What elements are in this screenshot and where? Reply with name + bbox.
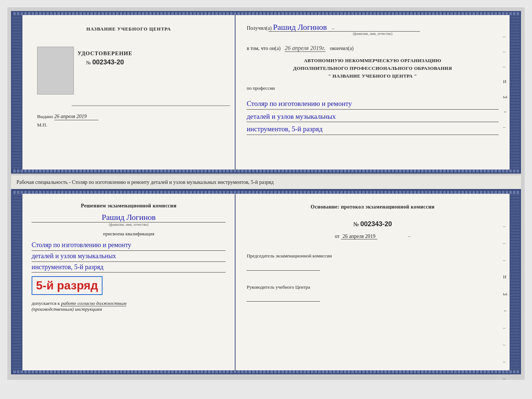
- number-prefix-top: №: [86, 60, 91, 65]
- bottom-border-pattern-top: [12, 170, 520, 172]
- ot-date-line: от 26 апреля 2019 –: [247, 234, 499, 239]
- protokol-number: 002343-20: [360, 220, 392, 228]
- udostoverenie-block: УДОСТОВЕРЕНИЕ № 002343-20: [78, 50, 133, 66]
- org-line1: АВТОНОМНУЮ НЕКОММЕРЧЕСКУЮ ОРГАНИЗАЦИЮ: [247, 57, 499, 65]
- bottom-certificate: Решением экзаменационной комиссии Рашид …: [11, 190, 521, 374]
- spine-right-top: [510, 15, 520, 170]
- rukovoditel-title: Руководитель учебного Центра: [247, 284, 499, 291]
- top-certificate: НАЗВАНИЕ УЧЕБНОГО ЦЕНТРА УДОСТОВЕРЕНИЕ №…: [11, 11, 521, 174]
- profession-block-top: Столяр по изготовлению и ремонту деталей…: [247, 97, 499, 135]
- page-wrapper: НАЗВАНИЕ УЧЕБНОГО ЦЕНТРА УДОСТОВЕРЕНИЕ №…: [7, 7, 525, 380]
- org-line2: ДОПОЛНИТЕЛЬНОГО ПРОФЕССИОНАЛЬНОГО ОБРАЗО…: [247, 65, 499, 72]
- specialty-label: Рабочая специальность - Столяр по изгото…: [17, 179, 274, 185]
- predsedatel-title: Председатель экзаменационной комиссии: [247, 252, 499, 260]
- dopuskaetsya-prefix: допускается к: [32, 300, 60, 306]
- udostoverenie-title: УДОСТОВЕРЕНИЕ: [78, 50, 133, 57]
- vydano-line: Выдано 26 апреля 2019: [37, 114, 98, 120]
- spine-left-bottom: [12, 194, 22, 370]
- dopuskaetsya-text: работе согласно должностным: [61, 300, 126, 306]
- protokol-number-block: № 002343-20: [247, 220, 499, 228]
- completion-date-top: 26 апреля 2019г.: [285, 45, 326, 52]
- qualification-line1: Столяр по изготовлению и ремонту: [32, 240, 226, 251]
- profession-line1-top: Столяр по изготовлению и ремонту: [247, 99, 499, 110]
- ot-prefix: от: [335, 234, 339, 239]
- razryad-box: 5-й разряд: [32, 276, 103, 295]
- fio-subtitle-bottom: (фамилия, имя, отчество): [32, 222, 226, 227]
- recipient-name-top: Рашид Логинов: [273, 22, 327, 32]
- spine-right-bottom: [510, 194, 520, 370]
- rukovoditel-sig-line: [247, 292, 320, 302]
- predsedatel-block: Председатель экзаменационной комиссии: [247, 252, 499, 271]
- top-cert-inner: НАЗВАНИЕ УЧЕБНОГО ЦЕНТРА УДОСТОВЕРЕНИЕ №…: [12, 15, 520, 170]
- org-line3: " НАЗВАНИЕ УЧЕБНОГО ЦЕНТРА ": [247, 72, 499, 80]
- po-professii: по профессии: [247, 85, 499, 91]
- bottom-cert-inner: Решением экзаменационной комиссии Рашид …: [12, 194, 520, 370]
- prisvoena-text: присвоена квалификация: [32, 231, 226, 237]
- cert-number-top: 002343-20: [92, 58, 124, 66]
- divider-left-top: [72, 106, 230, 106]
- top-cert-right-panel: Получил(а) Рашид Логинов – (фамилия, имя…: [236, 15, 510, 170]
- resheniem-title: Решением экзаменационной комиссии: [32, 203, 226, 209]
- qualification-line2: деталей и узлов музыкальных: [32, 251, 226, 262]
- poluchil-label: Получил(а): [247, 25, 272, 31]
- predsedatel-sig-line: [247, 261, 320, 271]
- mp-label: М.П.: [37, 122, 47, 128]
- poluchil-line: Получил(а) Рашид Логинов – (фамилия, имя…: [247, 22, 499, 36]
- org-block: АВТОНОМНУЮ НЕКОММЕРЧЕСКУЮ ОРГАНИЗАЦИЮ ДО…: [247, 57, 499, 80]
- vydano-label: Выдано: [37, 114, 53, 119]
- po-professii-label: по профессии: [247, 85, 275, 91]
- osnovanie-title: Основание: протокол экзаменационной коми…: [247, 203, 499, 211]
- vtom-line: в том, что он(а) 26 апреля 2019г. окончи…: [247, 45, 499, 51]
- dopuskaetsya-text2: (производственным) инструкциям: [32, 306, 226, 312]
- number-prefix-bottom: №: [353, 221, 359, 227]
- razryad-display: 5-й разряд: [36, 279, 98, 292]
- dopuskaetsya-line: допускается к работе согласно должностны…: [32, 300, 226, 306]
- top-border-pattern-bottom: [12, 191, 520, 194]
- right-marks-top: – – – И ьа ← –: [503, 33, 508, 130]
- spine-left: [12, 15, 22, 170]
- ot-date: 26 апреля 2019: [341, 234, 377, 239]
- bottom-cert-right-panel: Основание: протокол экзаменационной коми…: [236, 194, 510, 370]
- okonchil-label: окончил(а): [330, 46, 354, 51]
- school-name-top: НАЗВАНИЕ УЧЕБНОГО ЦЕНТРА: [86, 26, 171, 32]
- rukovoditel-block: Руководитель учебного Центра: [247, 284, 499, 302]
- profession-line3-top: инструментов, 5-й разряд: [247, 124, 499, 135]
- bottom-cert-left-panel: Решением экзаменационной комиссии Рашид …: [22, 194, 236, 370]
- fio-subtitle-top: (фамилия, имя, отчество): [247, 32, 499, 36]
- top-border-pattern: [12, 12, 520, 15]
- vtom-label: в том, что он(а): [247, 46, 280, 51]
- top-cert-left-panel: НАЗВАНИЕ УЧЕБНОГО ЦЕНТРА УДОСТОВЕРЕНИЕ №…: [22, 15, 236, 170]
- specialty-text-bar: Рабочая специальность - Столяр по изгото…: [11, 175, 521, 190]
- right-marks-bottom: – – – И ьа ← – – – –: [503, 223, 508, 381]
- qualification-line3: инструментов, 5-й разряд: [32, 262, 226, 273]
- vydano-date: 26 апреля 2019: [54, 114, 98, 120]
- profession-line2-top: деталей и узлов музыкальных: [247, 111, 499, 122]
- recipient-name-bottom: Рашид Логинов: [32, 213, 226, 222]
- bottom-border-pattern-bottom: [12, 370, 520, 373]
- photo-placeholder: [37, 47, 74, 95]
